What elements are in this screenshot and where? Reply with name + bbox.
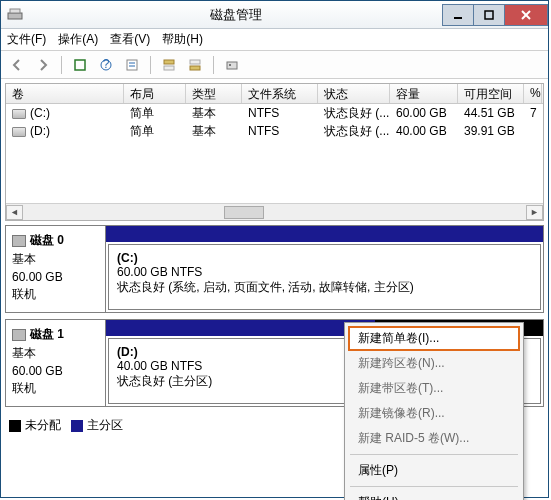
menu-help[interactable]: 帮助(H) [162,31,203,48]
disk-panel-0: 磁盘 0 基本 60.00 GB 联机 (C:) 60.00 GB NTFS 状… [5,225,544,313]
back-button[interactable] [7,55,27,75]
table-body: (C:) 简单 基本 NTFS 状态良好 (... 60.00 GB 44.51… [6,104,543,203]
partition-stripe [106,226,543,242]
disk-info[interactable]: 磁盘 0 基本 60.00 GB 联机 [6,226,106,312]
disk-icon [12,235,26,247]
menu-view[interactable]: 查看(V) [110,31,150,48]
col-layout[interactable]: 布局 [124,84,186,103]
menu-new-striped-volume: 新建带区卷(T)... [348,376,520,401]
menu-help[interactable]: 帮助(H) [348,490,520,500]
col-type[interactable]: 类型 [186,84,242,103]
disk-icon [12,329,26,341]
svg-rect-12 [164,60,174,64]
table-row[interactable]: (D:) 简单 基本 NTFS 状态良好 (... 40.00 GB 39.91… [6,122,543,140]
menu-properties[interactable]: 属性(P) [348,458,520,483]
partition-stripe [106,320,375,336]
partition-d[interactable]: (D:) 40.00 GB NTFS 状态良好 (主分区) [108,338,368,404]
settings-icon[interactable] [222,55,242,75]
scroll-left-button[interactable]: ◄ [6,205,23,220]
menu-new-raid5-volume: 新建 RAID-5 卷(W)... [348,426,520,451]
view-top-icon[interactable] [159,55,179,75]
refresh-icon[interactable] [70,55,90,75]
svg-rect-1 [10,9,20,13]
svg-rect-16 [227,62,237,69]
volume-table: 卷 布局 类型 文件系统 状态 容量 可用空间 % (C:) 简单 基本 NTF… [5,83,544,221]
menubar: 文件(F) 操作(A) 查看(V) 帮助(H) [1,29,548,51]
svg-rect-0 [8,13,22,19]
drive-icon [12,109,26,119]
app-icon [7,7,23,23]
svg-rect-15 [190,66,200,70]
col-capacity[interactable]: 容量 [390,84,458,103]
drive-icon [12,127,26,137]
col-free[interactable]: 可用空间 [458,84,524,103]
minimize-button[interactable] [442,4,474,26]
context-menu: 新建简单卷(I)... 新建跨区卷(N)... 新建带区卷(T)... 新建镜像… [344,322,524,500]
properties-icon[interactable] [122,55,142,75]
svg-rect-13 [164,66,174,70]
h-scrollbar[interactable]: ◄ ► [6,203,543,220]
titlebar[interactable]: 磁盘管理 [1,1,548,29]
menu-separator [350,454,518,455]
col-status[interactable]: 状态 [318,84,390,103]
menu-file[interactable]: 文件(F) [7,31,46,48]
help-icon[interactable]: ? [96,55,116,75]
scroll-thumb[interactable] [224,206,264,219]
menu-separator [350,486,518,487]
svg-rect-3 [485,11,493,19]
svg-rect-14 [190,60,200,64]
maximize-button[interactable] [473,4,505,26]
legend-unalloc-icon [9,420,21,432]
disk-info[interactable]: 磁盘 1 基本 60.00 GB 联机 [6,320,106,406]
table-header: 卷 布局 类型 文件系统 状态 容量 可用空间 % [6,84,543,104]
window-title: 磁盘管理 [29,6,443,24]
menu-new-mirrored-volume: 新建镜像卷(R)... [348,401,520,426]
scroll-right-button[interactable]: ► [526,205,543,220]
forward-button[interactable] [33,55,53,75]
svg-rect-6 [75,60,85,70]
svg-rect-9 [127,60,137,70]
view-bottom-icon[interactable] [185,55,205,75]
svg-point-17 [229,64,231,66]
menu-action[interactable]: 操作(A) [58,31,98,48]
partition-c[interactable]: (C:) 60.00 GB NTFS 状态良好 (系统, 启动, 页面文件, 活… [108,244,541,310]
svg-text:?: ? [103,58,110,71]
menu-new-spanned-volume: 新建跨区卷(N)... [348,351,520,376]
toolbar: ? [1,51,548,79]
legend-primary-icon [71,420,83,432]
table-row[interactable]: (C:) 简单 基本 NTFS 状态良好 (... 60.00 GB 44.51… [6,104,543,122]
col-volume[interactable]: 卷 [6,84,124,103]
close-button[interactable] [504,4,548,26]
menu-new-simple-volume[interactable]: 新建简单卷(I)... [348,326,520,351]
col-pct[interactable]: % [524,84,542,103]
col-fs[interactable]: 文件系统 [242,84,318,103]
